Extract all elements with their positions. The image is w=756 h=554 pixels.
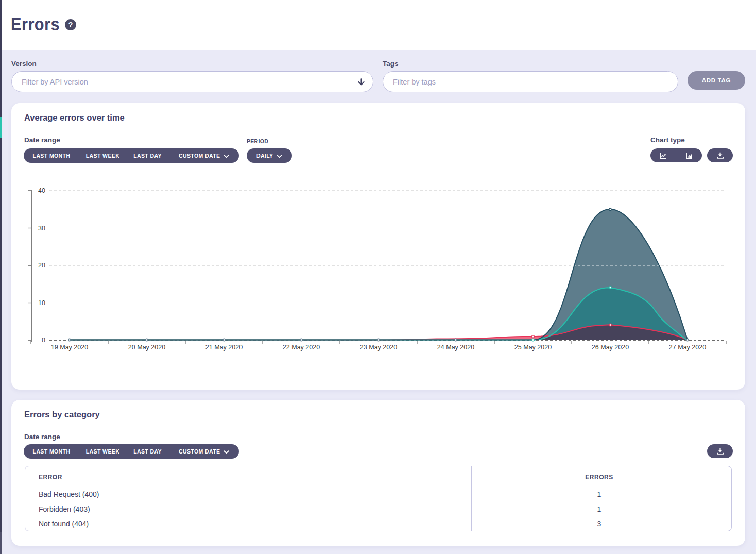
svg-text:10: 10	[38, 299, 45, 307]
svg-text:25 May 2020: 25 May 2020	[514, 344, 552, 351]
svg-text:19 May 2020: 19 May 2020	[51, 344, 88, 351]
svg-text:0: 0	[42, 337, 45, 344]
svg-text:30: 30	[38, 225, 45, 232]
svg-text:26 May 2020: 26 May 2020	[592, 344, 629, 351]
svg-text:22 May 2020: 22 May 2020	[283, 344, 320, 351]
svg-text:21 May 2020: 21 May 2020	[205, 344, 243, 351]
svg-text:20 May 2020: 20 May 2020	[128, 344, 165, 351]
svg-text:20: 20	[38, 262, 45, 269]
svg-text:40: 40	[38, 187, 45, 194]
svg-text:23 May 2020: 23 May 2020	[360, 344, 397, 351]
svg-text:24 May 2020: 24 May 2020	[437, 344, 474, 351]
svg-text:27 May 2020: 27 May 2020	[669, 344, 706, 351]
